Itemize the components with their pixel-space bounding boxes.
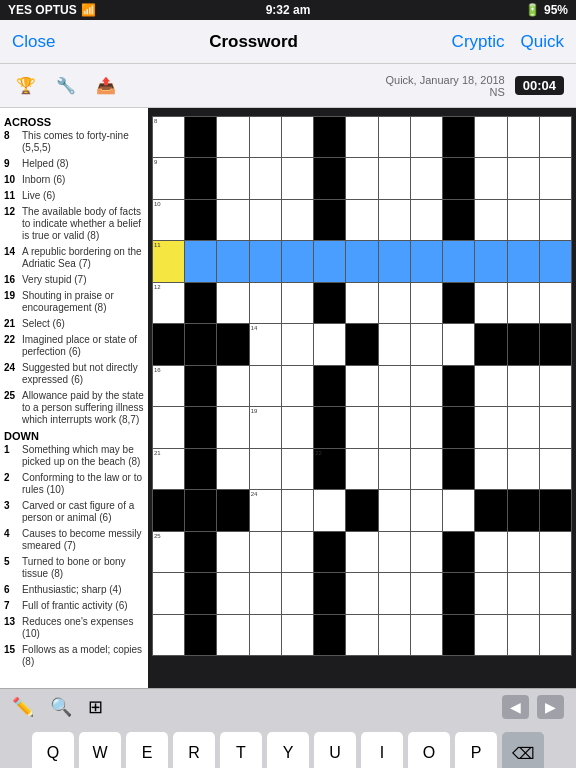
grid-cell[interactable]: [379, 241, 410, 281]
grid-cell[interactable]: [250, 532, 281, 572]
grid-cell[interactable]: [282, 366, 313, 406]
grid-cell[interactable]: [475, 449, 506, 489]
grid-cell[interactable]: 8: [153, 117, 184, 157]
grid-cell[interactable]: [282, 449, 313, 489]
grid-cell[interactable]: [475, 117, 506, 157]
grid-cell[interactable]: [314, 407, 345, 447]
clue-item[interactable]: 1Something which may be picked up on the…: [4, 444, 144, 468]
grid-cell[interactable]: [411, 449, 442, 489]
grid-cell[interactable]: [411, 158, 442, 198]
grid-cell[interactable]: [282, 158, 313, 198]
grid-cell[interactable]: [217, 573, 248, 613]
grid-cell[interactable]: [346, 407, 377, 447]
key-T[interactable]: T: [220, 732, 262, 768]
key-W[interactable]: W: [79, 732, 121, 768]
prev-button[interactable]: ◀: [502, 695, 529, 719]
grid-cell[interactable]: [217, 615, 248, 655]
grid-cell[interactable]: 22: [314, 449, 345, 489]
grid-cell[interactable]: [443, 366, 474, 406]
grid-cell[interactable]: [540, 283, 571, 323]
grid-cell[interactable]: [217, 532, 248, 572]
grid-cell[interactable]: [185, 200, 216, 240]
grid-cell[interactable]: [314, 200, 345, 240]
clue-item[interactable]: 9Helped (8): [4, 158, 144, 170]
grid-cell[interactable]: [346, 532, 377, 572]
grid-cell[interactable]: [282, 324, 313, 364]
grid-cell[interactable]: [540, 200, 571, 240]
grid-cell[interactable]: 21: [153, 449, 184, 489]
grid-cell[interactable]: [411, 117, 442, 157]
grid-cell[interactable]: [443, 532, 474, 572]
grid-cell[interactable]: [346, 366, 377, 406]
grid-cell[interactable]: [282, 241, 313, 281]
grid-cell[interactable]: [346, 449, 377, 489]
grid-cell[interactable]: [443, 407, 474, 447]
grid-cell[interactable]: [314, 158, 345, 198]
clue-item[interactable]: 21Select (6): [4, 318, 144, 330]
grid-cell[interactable]: [314, 283, 345, 323]
grid-cell[interactable]: [540, 324, 571, 364]
grid-cell[interactable]: [346, 117, 377, 157]
close-button[interactable]: Close: [12, 32, 55, 52]
grid-cell[interactable]: [379, 366, 410, 406]
grid-cell[interactable]: [346, 283, 377, 323]
grid-cell[interactable]: [443, 573, 474, 613]
clue-item[interactable]: 7Full of frantic activity (6): [4, 600, 144, 612]
grid-cell[interactable]: [153, 407, 184, 447]
cryptic-button[interactable]: Cryptic: [452, 32, 505, 52]
grid-cell[interactable]: [379, 200, 410, 240]
grid-cell[interactable]: [314, 241, 345, 281]
grid-cell[interactable]: [475, 407, 506, 447]
grid-cell[interactable]: [217, 241, 248, 281]
grid-cell[interactable]: [540, 490, 571, 530]
grid-cell[interactable]: [185, 449, 216, 489]
grid-cell[interactable]: [185, 283, 216, 323]
grid-cell[interactable]: [346, 490, 377, 530]
clue-item[interactable]: 2Conforming to the law or to rules (10): [4, 472, 144, 496]
grid-cell[interactable]: [314, 117, 345, 157]
grid-cell[interactable]: [475, 573, 506, 613]
grid-cell[interactable]: [508, 532, 539, 572]
grid-cell[interactable]: [411, 200, 442, 240]
grid-cell[interactable]: [475, 490, 506, 530]
grid-cell[interactable]: [250, 117, 281, 157]
key-O[interactable]: O: [408, 732, 450, 768]
grid-cell[interactable]: [443, 117, 474, 157]
grid-cell[interactable]: 9: [153, 158, 184, 198]
grid-cell[interactable]: [475, 366, 506, 406]
clue-item[interactable]: 5Turned to bone or bony tissue (8): [4, 556, 144, 580]
grid-cell[interactable]: [540, 366, 571, 406]
grid-cell[interactable]: [443, 490, 474, 530]
grid-cell[interactable]: [411, 324, 442, 364]
grid-cell[interactable]: [411, 366, 442, 406]
grid-icon[interactable]: ⊞: [88, 696, 103, 718]
tools-icon[interactable]: 🔧: [52, 72, 80, 100]
grid-cell[interactable]: [217, 324, 248, 364]
grid-cell[interactable]: [411, 615, 442, 655]
grid-cell[interactable]: [250, 283, 281, 323]
grid-cell[interactable]: 24: [250, 490, 281, 530]
grid-cell[interactable]: 11: [153, 241, 184, 281]
grid-cell[interactable]: [508, 490, 539, 530]
grid-cell[interactable]: [443, 283, 474, 323]
grid-cell[interactable]: 19: [250, 407, 281, 447]
key-U[interactable]: U: [314, 732, 356, 768]
pencil-icon[interactable]: ✏️: [12, 696, 34, 718]
grid-cell[interactable]: [379, 324, 410, 364]
key-E[interactable]: E: [126, 732, 168, 768]
grid-cell[interactable]: [282, 573, 313, 613]
grid-cell[interactable]: [475, 241, 506, 281]
clue-item[interactable]: 6Enthusiastic; sharp (4): [4, 584, 144, 596]
grid-cell[interactable]: 14: [250, 324, 281, 364]
grid-cell[interactable]: [250, 449, 281, 489]
grid-cell[interactable]: [411, 573, 442, 613]
grid-panel[interactable]: 8910111214161921222425: [148, 108, 576, 688]
search-icon[interactable]: 🔍: [50, 696, 72, 718]
grid-cell[interactable]: [508, 158, 539, 198]
grid-cell[interactable]: [153, 324, 184, 364]
next-button[interactable]: ▶: [537, 695, 564, 719]
grid-cell[interactable]: [250, 158, 281, 198]
grid-cell[interactable]: [250, 200, 281, 240]
clue-item[interactable]: 3Carved or cast figure of a person or an…: [4, 500, 144, 524]
clue-item[interactable]: 11Live (6): [4, 190, 144, 202]
